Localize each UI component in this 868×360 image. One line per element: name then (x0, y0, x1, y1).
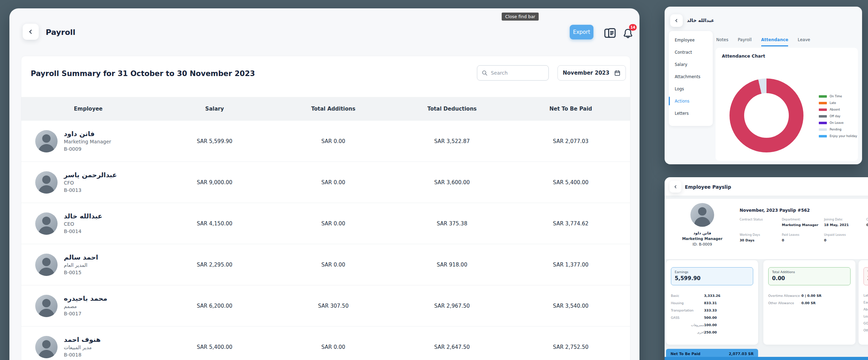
net-bar-value: 2,077.03 SR (729, 352, 754, 356)
payslip-employee-block: فاتن داود Marketing Manager ID: B-0009 (674, 203, 730, 246)
column-header-additions: Total Additions (274, 106, 392, 112)
avatar (35, 212, 58, 235)
sidebar-item[interactable]: Salary (669, 58, 713, 70)
employee-name: فاتن داود (64, 129, 111, 138)
deductions-card: Total Deductions 3,522.87 Late Early Abs… (859, 260, 868, 345)
month-picker[interactable]: November 2023 (558, 65, 626, 81)
attendance-chart-title: Attendance Chart (722, 53, 765, 59)
pay-item-row: Overtime Allowance 0 | 0.00 SR (768, 294, 853, 298)
notification-badge: 14 (629, 24, 637, 31)
deductions-cell: SAR 2,967.50 (392, 303, 511, 309)
info-label: Contract (866, 218, 868, 221)
sidebar-item[interactable]: Contract (669, 46, 713, 58)
net-cell: SAR 2,752.50 (511, 344, 630, 350)
pay-item-label: Transportation (671, 309, 704, 312)
legend-item: On Time (819, 95, 857, 98)
additions-box-label: Total Additions (772, 270, 847, 274)
employee-id: B-0017 (64, 310, 107, 317)
pay-item-value: 0.00 SR (801, 301, 816, 305)
additions-total-box: Total Additions 0.00 (768, 267, 851, 285)
table-row[interactable]: عبدالرحمن ياسر CFO B-0013 SAR 9,000.00 S… (21, 162, 630, 203)
info-value: 30 Days (740, 238, 782, 242)
pay-item-label: Late (863, 294, 868, 297)
table-row[interactable]: فاتن داود Marketing Manager B-0009 SAR 5… (21, 121, 630, 162)
info-value: 0 (782, 238, 824, 242)
payslip-info-card: فاتن داود Marketing Manager ID: B-0009 N… (665, 199, 868, 260)
tab[interactable]: Notes (716, 37, 728, 46)
net-cell: SAR 2,077.03 (511, 138, 630, 144)
pay-item-row: Housing 833.31 (671, 301, 755, 305)
employee-role: CEO (64, 220, 102, 228)
employee-id: B-0015 (64, 269, 98, 276)
legend-item: Pending (819, 128, 857, 131)
employee-text: عبدالرحمن ياسر CFO B-0013 (64, 171, 117, 194)
notifications-bell-icon[interactable]: 14 (622, 27, 634, 40)
table-row[interactable]: عبدالله خالد CEO B-0014 SAR 4,150.00 SAR… (21, 203, 630, 244)
back-button[interactable] (670, 14, 683, 27)
tab[interactable]: Payroll (738, 37, 752, 46)
legend-item: Late (819, 101, 857, 105)
employee-name: احمد سالم (64, 253, 98, 262)
info-cell: Contract 05 (866, 218, 868, 227)
bottom-blue-strip (665, 357, 868, 360)
avatar (35, 171, 58, 194)
export-button[interactable]: Export (570, 25, 593, 39)
legend-swatch (819, 135, 827, 137)
table-row[interactable]: احمد سالم المدير العام B-0015 SAR 2,295.… (21, 244, 630, 285)
search-box[interactable] (477, 65, 549, 81)
info-label: Working Days (740, 233, 782, 237)
pay-item-label: GASS (671, 316, 704, 320)
legend-label: Late (830, 101, 836, 105)
additions-cell: SAR 0.00 (274, 344, 392, 350)
pay-item-row: GOSI (863, 322, 868, 325)
sidebar-item-label: Salary (675, 62, 687, 67)
employee-cell: عبدالله خالد CEO B-0014 (21, 212, 155, 235)
pay-item-label: Other (863, 329, 868, 332)
info-cell: Paid Leaves 0 (782, 233, 824, 242)
payroll-table: Employee Salary Total Additions Total De… (21, 97, 630, 360)
info-value: Marketing Manager (782, 223, 824, 227)
pay-item-row: Other Allowance 0.00 SR (768, 301, 853, 305)
pay-item-row: GASS 500.00 (671, 316, 755, 320)
close-find-bar-tooltip: Close find bar (502, 13, 539, 21)
employee-id: B-0013 (64, 187, 117, 194)
back-button[interactable] (23, 24, 39, 40)
sidebar-item[interactable]: Employee (669, 34, 713, 46)
salary-cell: SAR 6,200.00 (155, 303, 274, 309)
pay-item-value: 833.31 (704, 301, 717, 305)
avatar (35, 295, 58, 317)
sidebar-item-label: Contract (675, 50, 692, 55)
sidebar-item-label: Letters (675, 111, 689, 116)
back-button[interactable] (669, 181, 681, 193)
payslip-panel: Employee Payslip فاتن داود Marketing Man… (665, 177, 868, 360)
search-input[interactable] (491, 70, 544, 76)
sidebar-item-label: Logs (675, 87, 684, 91)
sidebar-item[interactable]: Letters (669, 107, 713, 119)
tab[interactable]: Attendance (761, 37, 788, 46)
sidebar-item[interactable]: Actions (669, 95, 713, 107)
pay-item-value: 500.00 (704, 316, 717, 320)
table-row[interactable]: هنوف احمد مدير المبيعات B-0018 SAR 5,400… (21, 327, 630, 360)
net-bar-label: Net To Be Paid (671, 352, 701, 356)
legend-swatch (819, 115, 827, 118)
table-row[interactable]: محمد باحيدره مصمم B-0017 SAR 6,200.00 SA… (21, 285, 630, 327)
tab[interactable]: Leave (798, 37, 810, 46)
info-cell: Department: Marketing Manager (782, 218, 824, 227)
sidebar-item[interactable]: Logs (669, 83, 713, 95)
pay-item-label: مصروفات (671, 323, 704, 327)
sidebar-item-label: Employee (675, 38, 695, 43)
additions-items: Overtime Allowance 0 | 0.00 SR Other All… (768, 294, 853, 305)
legend-swatch (819, 122, 827, 124)
deductions-cell: SAR 3,600.00 (392, 179, 511, 186)
column-header-salary: Salary (155, 106, 274, 112)
legend-swatch (819, 95, 827, 98)
pay-item-value: 250.00 (704, 330, 717, 334)
info-label: Contract Status (740, 218, 782, 221)
payroll-records-icon[interactable] (604, 27, 616, 39)
additions-cell: SAR 0.00 (274, 220, 392, 227)
pay-item-label: Housing (671, 301, 704, 305)
legend-swatch (819, 102, 827, 104)
sidebar-item[interactable]: Attachments (669, 70, 713, 83)
column-header-net: Net To Be Paid (511, 106, 630, 112)
salary-cell: SAR 2,295.00 (155, 262, 274, 268)
